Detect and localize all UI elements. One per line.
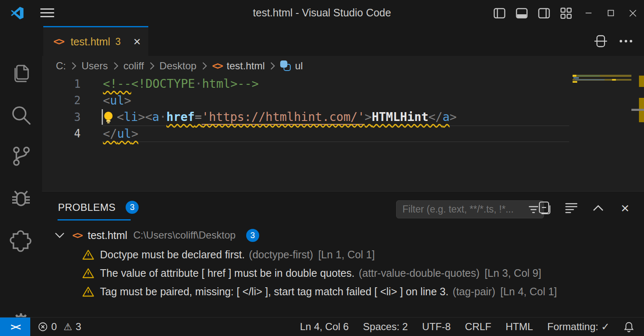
toggle-secondary-sidebar-icon[interactable]: [533, 0, 555, 26]
eol-sequence[interactable]: CRLF: [465, 321, 492, 333]
current-line-highlight: [102, 126, 569, 142]
chevron-right-icon: [202, 61, 207, 71]
chevron-down-icon[interactable]: [55, 232, 65, 238]
html-file-icon: <>: [72, 230, 82, 241]
tab-test-html[interactable]: <> test.html 3 ×: [43, 26, 148, 56]
error-count: 0: [51, 321, 57, 333]
problem-row[interactable]: Doctype must be declared first. (doctype…: [42, 245, 644, 264]
explorer-icon[interactable]: [0, 62, 42, 85]
text-cursor: [102, 109, 103, 125]
customize-layout-icon[interactable]: [555, 0, 577, 26]
warning-icon: [82, 268, 94, 278]
breadcrumb: C: Users coliff Desktop <> test.html ul: [42, 56, 644, 76]
titlebar-actions: [488, 0, 644, 26]
panel-toolbar: ×: [537, 201, 632, 215]
encoding[interactable]: UTF-8: [422, 321, 451, 333]
tab-problem-count: 3: [115, 36, 121, 47]
chevron-right-icon: [113, 61, 118, 71]
chevron-right-icon: [71, 61, 76, 71]
notifications-bell-icon[interactable]: [624, 321, 634, 333]
warning-icon: [82, 286, 94, 297]
problem-row[interactable]: Tag must be paired, missing: [ </li> ], …: [42, 282, 644, 301]
problems-file-row[interactable]: <> test.html C:\Users\coliff\Desktop 3: [42, 226, 644, 244]
breadcrumb-folder[interactable]: coliff: [124, 60, 144, 72]
tab-problems[interactable]: PROBLEMS 3: [58, 201, 139, 214]
problems-count-badge: 3: [126, 201, 139, 214]
toggle-primary-sidebar-icon[interactable]: [488, 0, 510, 26]
filter-input[interactable]: [402, 204, 528, 215]
code-line-4: </ul>: [103, 126, 138, 142]
minimize-button[interactable]: [577, 0, 599, 26]
breadcrumb-folder[interactable]: Users: [81, 60, 108, 72]
breadcrumb-drive[interactable]: C:: [56, 60, 66, 72]
chevron-right-icon: [149, 61, 155, 71]
error-count-icon: [38, 322, 48, 332]
minimap[interactable]: [573, 74, 631, 120]
file-problems-badge: 3: [246, 229, 259, 242]
symbol-element-icon: [280, 60, 291, 71]
warning-count: 3: [76, 321, 81, 333]
formatting-status[interactable]: Formatting: ✓: [547, 321, 610, 333]
extensions-icon[interactable]: [0, 229, 42, 252]
breadcrumb-symbol[interactable]: ul: [280, 60, 303, 72]
close-panel-icon[interactable]: ×: [618, 201, 632, 215]
breadcrumb-file[interactable]: <> test.html: [212, 60, 265, 72]
search-icon[interactable]: [0, 103, 42, 127]
overview-ruler-cursor: [631, 109, 644, 111]
warning-count-icon: ⚠: [63, 322, 72, 332]
problems-file-path: C:\Users\coliff\Desktop: [133, 229, 236, 241]
status-bar: >< 0 ⚠ 3 Ln 4, Col 6 Spaces: 2 UTF-8 CRL…: [0, 317, 644, 336]
tab-label: test.html: [71, 36, 110, 48]
window-title: test.html - Visual Studio Code: [253, 7, 391, 19]
breadcrumb-folder[interactable]: Desktop: [160, 60, 197, 72]
problems-panel: PROBLEMS 3 × <> test.html C:\Users\colif…: [42, 191, 644, 317]
maximize-button[interactable]: [599, 0, 622, 26]
close-window-button[interactable]: [622, 0, 644, 26]
code-line-1: <!--<!DOCTYPE·html>-->: [103, 76, 259, 92]
tab-close-icon[interactable]: ×: [133, 35, 141, 48]
more-actions-icon[interactable]: [619, 34, 633, 48]
vscode-logo-icon: [10, 6, 24, 20]
view-as-table-icon[interactable]: [537, 201, 552, 215]
problems-filter[interactable]: [396, 200, 544, 218]
code-line-3: <li><a·href='https://htmlhint.com/'>HTML…: [103, 109, 457, 126]
overview-ruler-warning: [639, 76, 644, 87]
lightbulb-icon[interactable]: [103, 111, 114, 123]
problems-status[interactable]: 0 ⚠ 3: [38, 321, 81, 333]
statusbar-right: Ln 4, Col 6 Spaces: 2 UTF-8 CRLF HTML Fo…: [300, 321, 644, 333]
toggle-panel-icon[interactable]: [510, 0, 533, 26]
remote-icon: ><: [11, 321, 20, 332]
run-debug-icon[interactable]: [0, 187, 42, 210]
code-editor[interactable]: 1 2 3 4 <!--<!DOCTYPE·html>--> <ul> <li>…: [42, 76, 644, 191]
problem-row[interactable]: The value of attribute [ href ] must be …: [42, 264, 644, 282]
line-number: 3: [42, 109, 81, 126]
maximize-panel-icon[interactable]: [591, 201, 605, 215]
cursor-position[interactable]: Ln 4, Col 6: [300, 321, 349, 333]
line-number: 4: [42, 126, 81, 142]
language-mode[interactable]: HTML: [506, 321, 533, 333]
menu-hamburger-icon[interactable]: [40, 8, 54, 17]
chevron-right-icon: [270, 61, 275, 71]
tab-bar: <> test.html 3 ×: [42, 26, 644, 56]
source-control-icon[interactable]: [0, 144, 42, 168]
html-file-icon: <>: [212, 60, 223, 72]
title-bar: test.html - Visual Studio Code: [0, 0, 644, 26]
split-editor-icon[interactable]: [594, 34, 608, 48]
line-number: 2: [42, 92, 81, 109]
editor-actions: [594, 26, 633, 56]
indentation[interactable]: Spaces: 2: [363, 321, 408, 333]
remote-indicator[interactable]: ><: [0, 318, 30, 336]
activity-bar: ⚙: [0, 26, 42, 317]
warning-icon: [82, 249, 94, 260]
code-line-2: <ul>: [103, 92, 131, 109]
line-number: 1: [42, 76, 81, 92]
html-file-icon: <>: [53, 36, 64, 47]
collapse-all-icon[interactable]: [564, 201, 578, 215]
active-tab-underline: [58, 219, 131, 220]
editor-region: <> test.html 3 × C: Users coliff Desktop…: [42, 26, 644, 191]
problems-file-name: test.html: [88, 229, 127, 242]
